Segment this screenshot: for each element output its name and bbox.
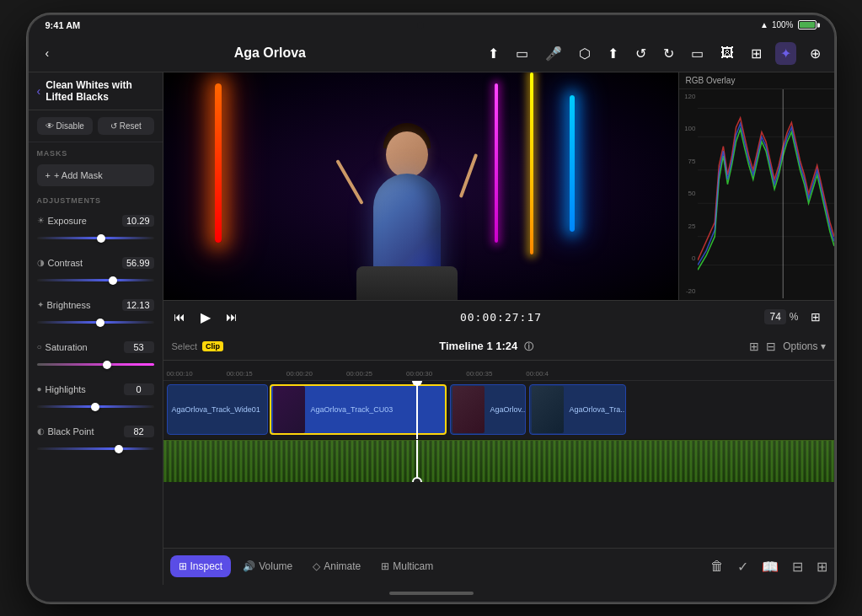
waveform-title: RGB Overlay: [679, 72, 834, 89]
clip-3[interactable]: AgaOrlov...: [450, 384, 526, 435]
timeline-info-icon[interactable]: ⓘ: [524, 341, 533, 351]
trim-icon[interactable]: ⊟: [766, 340, 776, 353]
add-mask-button[interactable]: + + Add Mask: [37, 164, 154, 186]
ipad-frame: 9:41 AM ▲ 100% ‹ Aga Orlova ⬆ ▭ 🎤 ⬡ ⬆ ↺ …: [27, 13, 836, 603]
status-time: 9:41 AM: [46, 20, 81, 30]
ruler-mark-15: 00:00:15: [227, 370, 253, 378]
clip-4-label: AgaOrlova_Tra...: [565, 404, 625, 415]
zoom-value[interactable]: 74: [764, 309, 785, 324]
reset-button[interactable]: ↺ Reset: [98, 117, 154, 135]
drumstick-right: [459, 153, 479, 197]
volume-icon: 🔊: [243, 560, 255, 572]
saturation-slider[interactable]: [37, 356, 154, 373]
checkmark-icon[interactable]: ✓: [737, 559, 748, 575]
contrast-value[interactable]: 56.99: [122, 257, 154, 269]
body-layout: ‹ Clean Whites with Lifted Blacks 👁 Disa…: [29, 72, 834, 585]
fullscreen-icon[interactable]: ▭: [688, 42, 707, 65]
upload-icon[interactable]: ⬆: [485, 42, 502, 65]
book-icon[interactable]: 📖: [762, 559, 779, 575]
video-area: RGB Overlay 120 100 75 50 25 0 -20: [163, 72, 834, 300]
clip-wide01[interactable]: AgaOrlova_Track_Wide01: [167, 384, 268, 435]
masks-label: MASKS: [29, 142, 163, 161]
tab-animate[interactable]: ◇ Animate: [304, 555, 369, 577]
tab-multicam[interactable]: ⊞ Multicam: [372, 555, 442, 577]
blackpoint-adjustment: ◐ Black Point 82: [29, 419, 163, 461]
playhead[interactable]: [416, 381, 418, 439]
tab-inspect[interactable]: ⊞ Inspect: [170, 555, 232, 577]
highlights-label: ● Highlights: [37, 384, 86, 394]
drummer-head: [386, 131, 428, 178]
y-label-100: 100: [681, 125, 696, 132]
playhead-handle: [412, 381, 422, 386]
fit-to-window-icon[interactable]: ⊞: [807, 307, 824, 327]
highlights-value[interactable]: 0: [124, 383, 154, 395]
highlights-icon: ●: [37, 384, 42, 394]
timeline-toolbar-right: ⊞ ⊟ Options ▾: [749, 340, 825, 353]
blackpoint-label: ◐ Black Point: [37, 426, 94, 437]
image-icon[interactable]: 🖼: [717, 42, 737, 64]
navigation-icon[interactable]: ⬡: [576, 42, 594, 65]
eye-icon: 👁: [46, 121, 54, 131]
zoom-unit: %: [790, 311, 799, 323]
home-bar: [389, 592, 474, 595]
disable-button[interactable]: 👁 Disable: [37, 117, 94, 135]
delete-icon[interactable]: 🗑: [710, 559, 724, 574]
brightness-slider[interactable]: [37, 314, 154, 331]
brightness-value[interactable]: 12.13: [122, 299, 154, 311]
ruler-mark-35: 00:00:35: [466, 370, 492, 378]
neon-right: [570, 95, 575, 232]
video-player[interactable]: [163, 72, 678, 300]
bottom-actions: 🗑 ✓ 📖 ⊟ ⊞: [710, 559, 827, 575]
clip-cu03[interactable]: AgaOrlova_Track_CU03: [270, 384, 447, 435]
audio-wave-pattern: [163, 441, 834, 482]
neon-left: [215, 83, 222, 243]
adjustments-label: ADJUSTMENTS: [29, 190, 163, 208]
skip-back-button[interactable]: ⏮: [174, 310, 185, 324]
ruler-mark-10: 00:00:10: [167, 370, 193, 378]
zoom-control: 74 %: [764, 309, 798, 324]
rewind-icon[interactable]: ↺: [632, 42, 650, 65]
panel-back-button[interactable]: ‹: [37, 84, 41, 98]
saturation-icon: ○: [37, 342, 42, 351]
contrast-slider[interactable]: [37, 272, 154, 289]
mic-icon[interactable]: 🎤: [542, 42, 565, 65]
camera-roll-icon[interactable]: ⊞: [747, 42, 765, 65]
more-icon[interactable]: ⊕: [806, 42, 824, 65]
tab-buttons: ⊞ Inspect 🔊 Volume ◇ Animate ⊞ Multicam: [170, 555, 710, 577]
y-label-0: 0: [681, 254, 696, 262]
blackpoint-value[interactable]: 82: [124, 426, 154, 437]
options-button[interactable]: Options ▾: [783, 340, 825, 352]
contrast-label: ◑ Contrast: [37, 258, 83, 268]
blackpoint-slider[interactable]: [37, 441, 154, 458]
exposure-slider[interactable]: [37, 230, 154, 247]
saturation-value[interactable]: 53: [124, 341, 154, 353]
tab-volume[interactable]: 🔊 Volume: [234, 555, 301, 577]
exposure-value[interactable]: 10.29: [122, 215, 154, 227]
highlights-slider[interactable]: [37, 399, 154, 415]
drumstick-left: [335, 159, 363, 205]
clip-3-thumb: [452, 386, 485, 433]
redo-icon[interactable]: ↻: [660, 42, 677, 65]
arrange-icon[interactable]: ⊞: [749, 340, 759, 353]
multicam-icon: ⊞: [381, 560, 389, 572]
crop-icon[interactable]: ⊟: [792, 559, 803, 575]
share-icon[interactable]: ⬆: [604, 42, 622, 65]
playback-controls: ⏮ ▶ ⏭ 00:00:27:17 74 % ⊞: [163, 300, 834, 334]
waveform-canvas: 120 100 75 50 25 0 -20: [679, 89, 834, 298]
skip-forward-button[interactable]: ⏭: [226, 310, 238, 324]
clip-4[interactable]: AgaOrlova_Tra...: [529, 384, 626, 435]
top-toolbar: ‹ Aga Orlova ⬆ ▭ 🎤 ⬡ ⬆ ↺ ↻ ▭ 🖼 ⊞ ✦ ⊕: [29, 35, 834, 72]
drum-kit: [356, 266, 458, 300]
panel-title: Clean Whites with Lifted Blacks: [46, 79, 153, 103]
play-button[interactable]: ▶: [194, 305, 217, 329]
neon-strip-1: [530, 72, 533, 254]
back-button[interactable]: ‹: [39, 43, 56, 63]
video-frame-icon[interactable]: ▭: [512, 42, 532, 65]
y-label-120: 120: [681, 93, 696, 100]
audio-waveform: [163, 440, 834, 482]
layout-icon[interactable]: ⊞: [816, 559, 827, 575]
playhead-audio: [416, 440, 418, 482]
highlights-adjustment: ● Highlights 0: [29, 377, 163, 419]
color-grade-icon[interactable]: ✦: [775, 42, 796, 65]
clip-cu03-label: AgaOrlova_Track_CU03: [307, 404, 398, 415]
